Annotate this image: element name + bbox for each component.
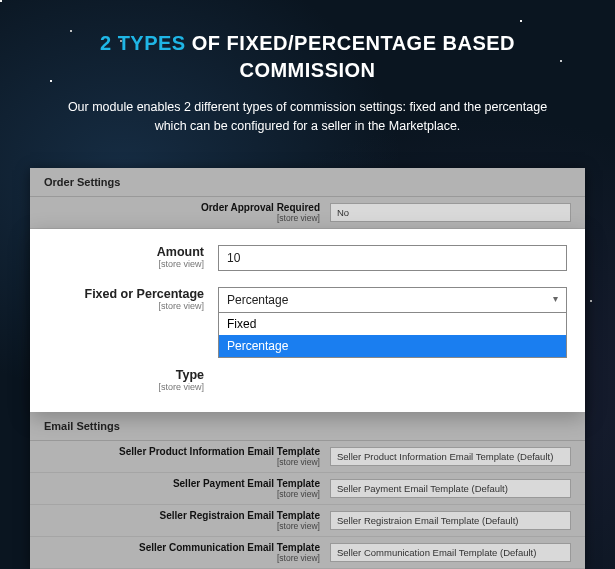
email-template-row: Seller Communication Email Template[stor… — [30, 537, 585, 569]
settings-panel: Order Settings Order Approval Required [… — [30, 168, 585, 569]
select-dropdown-list: Fixed Percentage — [218, 313, 567, 358]
option-fixed[interactable]: Fixed — [219, 313, 566, 335]
email-template-row: Seller Payment Email Template[store view… — [30, 473, 585, 505]
hero-header: 2 TYPES OF FIXED/PERCENTAGE BASED COMMIS… — [0, 0, 615, 156]
option-percentage[interactable]: Percentage — [219, 335, 566, 357]
fixed-or-percentage-row: Fixed or Percentage [store view] Percent… — [30, 279, 585, 366]
fixed-or-percentage-select[interactable]: Percentage Fixed Percentage — [218, 287, 567, 358]
type-label: Type [store view] — [38, 368, 218, 392]
email-template-label: Seller Product Information Email Templat… — [30, 446, 330, 467]
hero-title-accent: 2 TYPES — [100, 32, 186, 54]
email-template-row: Seller Registraion Email Template[store … — [30, 505, 585, 537]
order-settings-heading: Order Settings — [30, 168, 585, 197]
email-template-select[interactable]: Seller Communication Email Template (Def… — [330, 543, 571, 562]
amount-input[interactable]: 10 — [218, 245, 567, 271]
email-settings-heading: Email Settings — [30, 412, 585, 441]
hero-subtitle: Our module enables 2 different types of … — [60, 98, 555, 136]
type-row: Type [store view] — [30, 366, 585, 400]
email-template-select[interactable]: Seller Registraion Email Template (Defau… — [330, 511, 571, 530]
hero-title-rest: OF FIXED/PERCENTAGE BASED COMMISSION — [186, 32, 515, 81]
amount-label: Amount [store view] — [38, 245, 218, 269]
fixed-or-percentage-label: Fixed or Percentage [store view] — [38, 287, 218, 311]
amount-row: Amount [store view] 10 — [30, 237, 585, 279]
order-approval-row: Order Approval Required [store view] No — [30, 197, 585, 229]
email-template-select[interactable]: Seller Payment Email Template (Default) — [330, 479, 571, 498]
email-template-label: Seller Registraion Email Template[store … — [30, 510, 330, 531]
email-template-label: Seller Payment Email Template[store view… — [30, 478, 330, 499]
email-template-row: Seller Product Information Email Templat… — [30, 441, 585, 473]
email-template-select[interactable]: Seller Product Information Email Templat… — [330, 447, 571, 466]
email-template-label: Seller Communication Email Template[stor… — [30, 542, 330, 563]
order-approval-select[interactable]: No — [330, 203, 571, 222]
commission-inset: Amount [store view] 10 Fixed or Percenta… — [30, 229, 585, 412]
hero-title: 2 TYPES OF FIXED/PERCENTAGE BASED COMMIS… — [60, 30, 555, 84]
select-current-value[interactable]: Percentage — [218, 287, 567, 313]
order-approval-label: Order Approval Required [store view] — [30, 202, 330, 223]
